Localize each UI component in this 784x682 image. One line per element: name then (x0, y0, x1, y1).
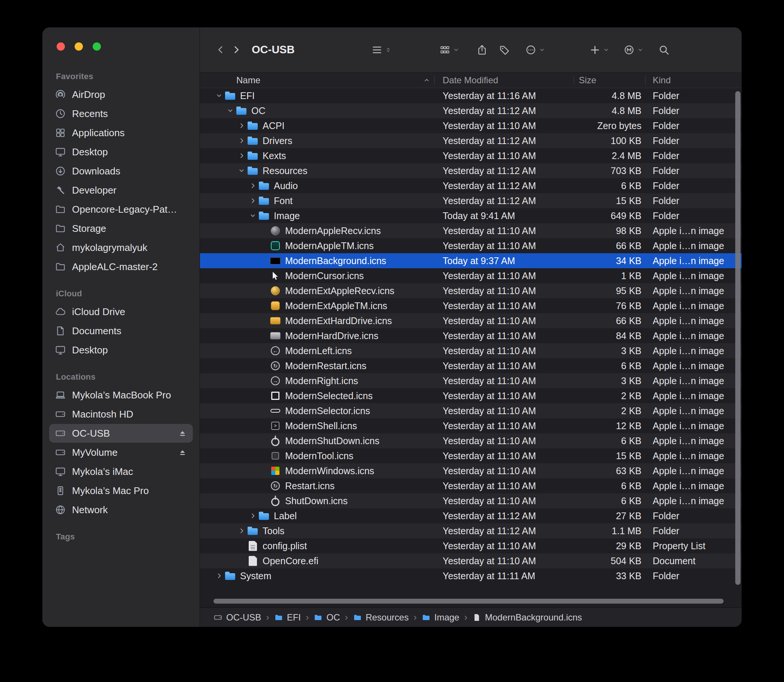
search-button[interactable] (658, 44, 669, 56)
disclosure-closed-icon[interactable] (236, 122, 247, 129)
disclosure-closed-icon[interactable] (236, 152, 247, 159)
sidebar-item-mykola-s-mac-pro[interactable]: Mykola’s Mac Pro (49, 481, 193, 500)
file-row-modernapplerecv-icns[interactable]: ModernAppleRecv.icnsYesterday at 11:10 A… (200, 223, 742, 238)
circle-gold-icon (270, 285, 281, 296)
column-header-name[interactable]: Name (200, 72, 434, 88)
file-row-modernappletm-icns[interactable]: ModernAppleTM.icnsYesterday at 11:10 AM6… (200, 238, 742, 253)
more-actions-button[interactable] (525, 44, 545, 56)
sidebar-item-applealc-master-2[interactable]: AppleALC-master-2 (49, 257, 193, 276)
file-row-modernshutdown-icns[interactable]: ModernShutDown.icnsYesterday at 11:10 AM… (200, 433, 742, 448)
path-item-image[interactable]: Image (422, 612, 459, 623)
file-row-restart-icns[interactable]: Restart.icnsYesterday at 11:10 AM6 KBApp… (200, 478, 742, 493)
disclosure-open-icon[interactable] (214, 92, 225, 99)
name-cell: Restart.icns (200, 480, 434, 491)
sidebar-item-storage[interactable]: Storage (49, 219, 193, 238)
horizontal-scrollbar[interactable] (214, 599, 723, 604)
sidebar-item-documents[interactable]: Documents (49, 322, 193, 340)
disclosure-closed-icon[interactable] (247, 512, 258, 519)
file-row-modernharddrive-icns[interactable]: ModernHardDrive.icnsYesterday at 11:10 A… (200, 328, 742, 343)
file-row-moderncursor-icns[interactable]: ModernCursor.icnsYesterday at 11:10 AM1 … (200, 268, 742, 283)
close-button[interactable] (57, 42, 65, 51)
file-row-label[interactable]: LabelYesterday at 11:12 AM27 KBFolder (200, 508, 742, 523)
path-item-oc[interactable]: OC (314, 612, 340, 623)
file-row-oc[interactable]: OCYesterday at 11:12 AM4.8 MBFolder (200, 103, 742, 118)
kind-cell: Apple i…n image (645, 376, 742, 386)
path-item-modernbackground-icns[interactable]: ModernBackground.icns (472, 612, 582, 623)
disclosure-closed-icon[interactable] (236, 137, 247, 144)
disclosure-open-icon[interactable] (225, 107, 236, 114)
path-item-resources[interactable]: Resources (353, 612, 409, 623)
fullscreen-button[interactable] (92, 42, 101, 51)
file-row-opencore-efi[interactable]: OpenCore.efiYesterday at 11:10 AM504 KBD… (200, 553, 742, 568)
file-row-modernextharddrive-icns[interactable]: ModernExtHardDrive.icnsYesterday at 11:1… (200, 313, 742, 328)
file-row-kexts[interactable]: KextsYesterday at 11:10 AM2.4 MBFolder (200, 148, 742, 163)
sidebar-item-oc-usb[interactable]: OC-USB (49, 424, 193, 443)
vertical-scrollbar[interactable] (735, 91, 741, 585)
file-row-system[interactable]: SystemYesterday at 11:11 AM33 KBFolder (200, 568, 742, 583)
file-row-modernextapplerecv-icns[interactable]: ModernExtAppleRecv.icnsYesterday at 11:1… (200, 283, 742, 298)
file-row-acpi[interactable]: ACPIYesterday at 11:10 AMZero bytesFolde… (200, 118, 742, 133)
disclosure-open-icon[interactable] (247, 212, 258, 219)
file-row-audio[interactable]: AudioYesterday at 11:12 AM6 KBFolder (200, 178, 742, 193)
eject-icon[interactable] (178, 429, 187, 438)
path-item-oc-usb[interactable]: OC-USB (214, 612, 261, 623)
file-row-modernwindows-icns[interactable]: ModernWindows.icnsYesterday at 11:10 AM6… (200, 463, 742, 478)
file-row-modernright-icns[interactable]: ModernRight.icnsYesterday at 11:10 AM3 K… (200, 373, 742, 388)
file-name: Resources (263, 166, 308, 176)
file-row-config-plist[interactable]: config.plistYesterday at 11:10 AM29 KBPr… (200, 538, 742, 553)
file-row-image[interactable]: ImageToday at 9:41 AM649 KBFolder (200, 208, 742, 223)
column-header-kind[interactable]: Kind (645, 72, 742, 88)
sidebar-item-downloads[interactable]: Downloads (49, 162, 193, 180)
file-row-modernextappletm-icns[interactable]: ModernExtAppleTM.icnsYesterday at 11:10 … (200, 298, 742, 313)
file-row-drivers[interactable]: DriversYesterday at 11:12 AM100 KBFolder (200, 133, 742, 148)
disclosure-closed-icon[interactable] (247, 182, 258, 189)
column-header-date-modified[interactable]: Date Modified (434, 72, 574, 88)
sidebar-item-mykolagrymalyuk[interactable]: mykolagrymalyuk (49, 238, 193, 257)
file-row-moderntool-icns[interactable]: ModernTool.icnsYesterday at 11:10 AM15 K… (200, 448, 742, 463)
sidebar-item-applications[interactable]: Applications (49, 123, 193, 142)
file-row-modernleft-icns[interactable]: ModernLeft.icnsYesterday at 11:10 AM3 KB… (200, 343, 742, 358)
file-row-modernselected-icns[interactable]: ModernSelected.icnsYesterday at 11:10 AM… (200, 388, 742, 403)
sidebar-item-mykola-s-imac[interactable]: Mykola’s iMac (49, 462, 193, 481)
tag-button[interactable] (499, 44, 510, 56)
view-mode-button[interactable] (371, 44, 391, 56)
path-item-efi[interactable]: EFI (274, 612, 301, 623)
disclosure-closed-icon[interactable] (236, 527, 247, 534)
sidebar-item-label: Opencore-Legacy-Pat… (72, 204, 177, 215)
file-name: Label (274, 511, 297, 521)
sidebar-item-airdrop[interactable]: AirDrop (49, 85, 193, 104)
file-row-resources[interactable]: ResourcesYesterday at 11:12 AM703 KBFold… (200, 163, 742, 178)
sidebar-item-desktop[interactable]: Desktop (49, 341, 193, 359)
file-row-shutdown-icns[interactable]: ShutDown.icnsYesterday at 11:10 AM6 KBAp… (200, 493, 742, 508)
file-row-efi[interactable]: EFIYesterday at 11:16 AM4.8 MBFolder (200, 88, 742, 103)
kind-cell: Apple i…n image (645, 255, 742, 266)
sidebar-item-icloud-drive[interactable]: iCloud Drive (49, 302, 193, 321)
sidebar-item-desktop[interactable]: Desktop (49, 143, 193, 161)
share-button[interactable] (476, 44, 488, 56)
file-row-modernrestart-icns[interactable]: ModernRestart.icnsYesterday at 11:10 AM6… (200, 358, 742, 373)
disclosure-open-icon[interactable] (236, 167, 247, 174)
file-row-modernshell-icns[interactable]: ModernShell.icnsYesterday at 11:10 AM12 … (200, 418, 742, 433)
eject-icon[interactable] (178, 448, 187, 457)
sidebar-item-myvolume[interactable]: MyVolume (49, 443, 193, 462)
column-header-size[interactable]: Size (574, 72, 645, 88)
file-row-tools[interactable]: ToolsYesterday at 11:12 AM1.1 MBFolder (200, 523, 742, 538)
sidebar-item-opencore-legacy-pat[interactable]: Opencore-Legacy-Pat… (49, 200, 193, 219)
disclosure-closed-icon[interactable] (247, 197, 258, 204)
new-item-button[interactable] (589, 44, 609, 56)
forward-button[interactable] (231, 45, 241, 55)
sidebar-item-network[interactable]: Network (49, 500, 193, 519)
disclosure-closed-icon[interactable] (214, 572, 225, 579)
group-button[interactable] (439, 44, 459, 56)
sidebar-item-mykola-s-macbook-pro[interactable]: Mykola’s MacBook Pro (49, 386, 193, 405)
file-row-modernselector-icns[interactable]: ModernSelector.icnsYesterday at 11:10 AM… (200, 403, 742, 418)
back-button[interactable] (216, 45, 226, 55)
date-modified-cell: Yesterday at 11:10 AM (434, 421, 574, 432)
file-row-modernbackground-icns[interactable]: ModernBackground.icnsToday at 9:37 AM34 … (200, 253, 742, 268)
sidebar-item-macintosh-hd[interactable]: Macintosh HD (49, 405, 193, 424)
sidebar-item-recents[interactable]: Recents (49, 104, 193, 123)
sidebar-item-developer[interactable]: Developer (49, 181, 193, 199)
user-menu-button[interactable] (623, 44, 643, 56)
minimize-button[interactable] (75, 42, 83, 51)
file-row-font[interactable]: FontYesterday at 11:12 AM15 KBFolder (200, 193, 742, 208)
